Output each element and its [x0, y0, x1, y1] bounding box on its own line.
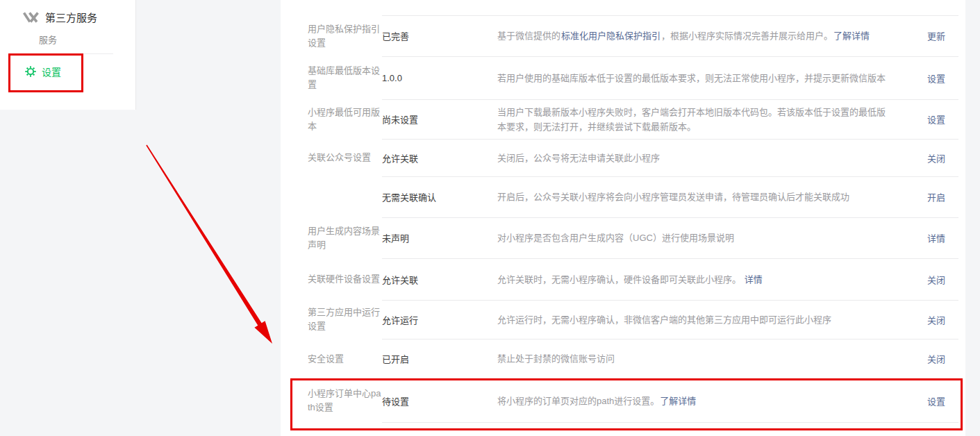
row-description: 允许关联时，无需小程序确认，硬件设备即可关联此小程序。 详情: [497, 272, 891, 287]
table-row: 基础库最低版本设置1.0.0若用户使用的基础库版本低于设置的最低版本要求，则无法…: [281, 56, 965, 99]
row-label: 用户隐私保护指引设置: [308, 22, 382, 50]
table-row: 用户生成内容场景声明未声明对小程序是否包含用户生成内容（UGC）进行使用场景说明…: [281, 217, 965, 258]
row-value: 允许运行: [382, 313, 497, 326]
row-value: 1.0.0: [382, 73, 497, 83]
table-row: 关联硬件设备设置允许关联允许关联时，无需小程序确认，硬件设备即可关联此小程序。 …: [281, 258, 965, 300]
row-description: 基于微信提供的标准化用户隐私保护指引，根据小程序实际情况完善并展示给用户。了解详…: [497, 28, 891, 43]
table-row: 用户隐私保护指引设置已完善基于微信提供的标准化用户隐私保护指引，根据小程序实际情…: [281, 15, 965, 56]
sidebar-title: 第三方服务: [45, 10, 97, 24]
table-row: 第三方应用中运行设置允许运行允许运行时，无需小程序确认，非微信客户端的其他第三方…: [281, 300, 965, 339]
row-action: 设置: [891, 394, 945, 408]
description-link[interactable]: 了解详情: [833, 31, 870, 41]
row-description: 允许运行时，无需小程序确认，非微信客户端的其他第三方应用中即可运行此小程序: [497, 312, 891, 327]
row-label: 安全设置: [308, 352, 382, 366]
row-value: 允许关联: [382, 151, 497, 165]
description-link[interactable]: 了解详情: [660, 396, 696, 406]
settings-panel: 用户隐私保护指引设置已完善基于微信提供的标准化用户隐私保护指引，根据小程序实际情…: [281, 0, 965, 436]
row-action: 关闭: [891, 313, 945, 326]
row-description: 对小程序是否包含用户生成内容（UGC）进行使用场景说明: [497, 230, 891, 245]
row-label: 第三方应用中运行设置: [308, 305, 382, 333]
gear-icon: [25, 66, 36, 77]
sidebar-item-settings-label: 设置: [42, 65, 61, 78]
panel-top-spacer: [281, 0, 965, 15]
row-label: 用户生成内容场景声明: [308, 224, 382, 252]
table-row: 无需关联确认开启后，公众号关联小程序将会向小程序管理员发送申请，待管理员确认后才…: [281, 176, 965, 217]
row-label: 基础库最低版本设置: [308, 64, 382, 92]
sidebar-header: 第三方服务: [23, 10, 97, 24]
row-action: 设置: [891, 112, 945, 126]
row-action: 详情: [891, 231, 945, 244]
action-link[interactable]: 关闭: [927, 315, 945, 326]
row-action: 关闭: [891, 151, 945, 165]
row-value: 待设置: [382, 394, 497, 408]
table-row: 关联公众号设置允许关联关闭后，公众号将无法申请关联此小程序关闭: [281, 139, 965, 176]
row-label: 小程序最低可用版本: [308, 106, 382, 133]
action-link[interactable]: 关闭: [927, 354, 945, 364]
description-link[interactable]: 标准化用户隐私保护指引: [561, 31, 661, 41]
sidebar: 第三方服务 服务 设置: [0, 0, 136, 110]
row-description: 当用户下载最新版本小程序失败时，客户端会打开本地旧版本代码包。若该版本低于设置的…: [497, 105, 891, 134]
action-link[interactable]: 关闭: [927, 153, 945, 164]
sidebar-item-settings[interactable]: 设置: [25, 65, 61, 78]
row-action: 更新: [891, 29, 945, 42]
action-link[interactable]: 详情: [927, 233, 945, 244]
row-action: 设置: [891, 72, 945, 85]
row-description: 若用户使用的基础库版本低于设置的最低版本要求，则无法正常使用小程序，并提示更新微…: [497, 71, 891, 85]
action-link[interactable]: 设置: [927, 115, 945, 125]
row-description: 开启后，公众号关联小程序将会向小程序管理员发送申请，待管理员确认后才能关联成功: [497, 190, 891, 204]
action-link[interactable]: 设置: [927, 396, 945, 407]
row-label: 小程序订单中心path设置: [308, 387, 382, 414]
row-description: 关闭后，公众号将无法申请关联此小程序: [497, 151, 891, 165]
row-action: 关闭: [891, 273, 945, 286]
action-link[interactable]: 开启: [927, 192, 945, 203]
third-party-platform-logo-icon: [23, 10, 40, 24]
sidebar-section-label: 服务: [39, 33, 57, 46]
row-value: 已开启: [382, 352, 497, 365]
row-value: 尚未设置: [382, 112, 497, 126]
action-link[interactable]: 更新: [927, 31, 945, 42]
table-row: 小程序最低可用版本尚未设置当用户下载最新版本小程序失败时，客户端会打开本地旧版本…: [281, 99, 965, 139]
row-value: 未声明: [382, 231, 497, 244]
sidebar-divider: [23, 53, 113, 54]
row-value: 无需关联确认: [382, 190, 497, 203]
row-action: 关闭: [891, 352, 945, 365]
row-value: 允许关联: [382, 273, 497, 286]
table-row: 安全设置已开启禁止处于封禁的微信账号访问关闭: [281, 339, 965, 378]
row-label: 关联硬件设备设置: [308, 272, 382, 286]
row-label: 关联公众号设置: [308, 151, 382, 165]
row-description: 将小程序的订单页对应的path进行设置。了解详情: [497, 394, 891, 408]
table-row: 小程序订单中心path设置待设置将小程序的订单页对应的path进行设置。了解详情…: [281, 378, 965, 423]
row-description: 禁止处于封禁的微信账号访问: [497, 351, 891, 366]
description-link[interactable]: 详情: [745, 274, 763, 285]
row-action: 开启: [891, 190, 945, 203]
row-value: 已完善: [382, 29, 497, 42]
settings-table: 用户隐私保护指引设置已完善基于微信提供的标准化用户隐私保护指引，根据小程序实际情…: [281, 15, 965, 423]
action-link[interactable]: 设置: [927, 74, 945, 84]
action-link[interactable]: 关闭: [927, 275, 945, 285]
